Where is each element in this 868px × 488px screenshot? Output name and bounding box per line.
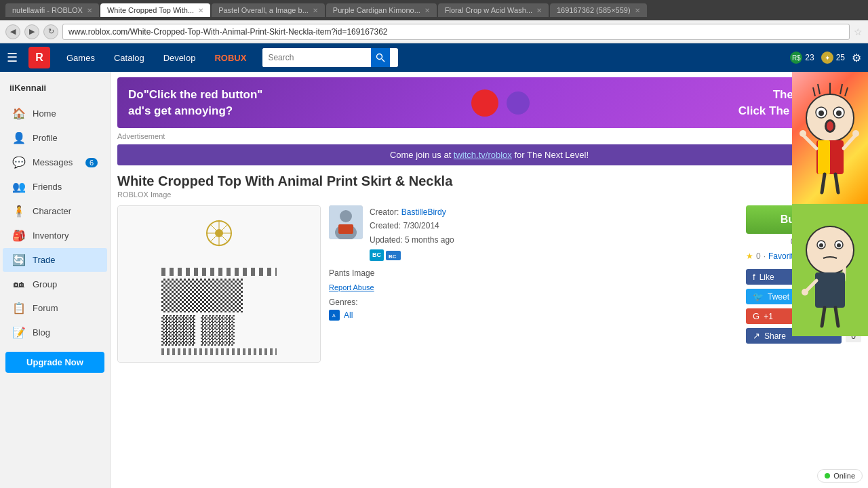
messages-badge: 6 [85,158,98,167]
friends-icon: 👥 [12,180,26,193]
profile-icon: 👤 [12,131,26,144]
bookmark-icon[interactable]: ☆ [854,26,863,37]
tab-nutellawifi[interactable]: nutellawifi - ROBLOX ✕ [5,3,99,17]
tab-close-icon[interactable]: ✕ [635,7,640,14]
ad-footer: Advertisement Report [111,131,868,142]
upgrade-button[interactable]: Upgrade Now [5,352,104,373]
twitch-link[interactable]: twitch.tv/roblox [454,150,512,160]
bc-logo: BC [386,251,401,260]
sidebar-item-inventory[interactable]: 🎒 Inventory [3,224,107,247]
group-icon: 🏘 [12,278,26,290]
sidebar-label-inventory: Inventory [33,230,68,241]
svg-line-35 [822,174,825,192]
svg-point-34 [852,130,859,137]
url-input[interactable] [62,24,850,40]
tab-close-icon[interactable]: ✕ [425,7,430,14]
sidebar-item-messages[interactable]: 💬 Messages 6 [3,150,107,174]
twitter-icon: 🐦 [753,291,764,302]
genres-section: Genres: A All [329,298,738,321]
tab-label: White Cropped Top With... [107,6,194,14]
creator-details: Creator: BastilleBirdy Created: 7/30/201… [370,205,454,262]
svg-point-0 [377,54,382,60]
tab-label: Pastel Overall, a Image b... [218,6,309,14]
svg-point-10 [340,210,352,222]
search-input[interactable] [262,48,371,67]
twitch-text-after: for The Next Level! [512,150,589,160]
circle-red [471,89,498,117]
messages-icon: 💬 [12,156,26,169]
tickets-balance[interactable]: ✦ 25 [821,52,845,64]
main-content: Do"Click the red button"ad's get annoyin… [111,72,868,488]
meme-panel [792,72,868,488]
sidebar-item-blog[interactable]: 📝 Blog [3,321,107,344]
svg-point-20 [818,110,824,116]
forward-button[interactable]: ▶ [24,24,39,39]
svg-point-43 [842,256,849,262]
tab-close-icon[interactable]: ✕ [313,7,318,14]
roblox-navbar: ☰ R Games Catalog Develop ROBUX R$ 23 ✦ … [0,43,868,72]
tab-image-size[interactable]: 169167362 (585×559) ✕ [550,3,647,17]
sidebar-item-forum[interactable]: 📋 Forum [3,296,107,320]
svg-line-48 [835,308,838,326]
tab-close-icon[interactable]: ✕ [87,7,92,14]
search-icon [376,53,385,62]
svg-point-33 [800,130,806,137]
back-button[interactable]: ◀ [5,24,20,39]
settings-icon[interactable]: ⚙ [852,52,861,64]
sidebar-item-profile[interactable]: 👤 Profile [3,126,107,150]
online-indicator [825,473,830,479]
svg-point-40 [819,243,823,247]
online-badge: Online [817,469,863,483]
sidebar-item-trade[interactable]: 🔄 Trade [3,248,107,272]
twitch-banner: Come join us at twitch.tv/roblox for The… [117,144,861,165]
creator-name-link[interactable]: BastilleBirdy [401,207,446,217]
meme-face-bottom [796,209,864,331]
bc-badge: BC BC [370,249,401,261]
creator-info: Creator: BastilleBirdy Created: 7/30/201… [329,205,738,262]
tab-purple-cardigan[interactable]: Purple Cardigan Kimono... ✕ [326,3,437,17]
sidebar-label-messages: Messages [33,157,73,167]
nav-catalog[interactable]: Catalog [104,43,154,72]
home-icon: 🏠 [12,107,26,120]
sidebar-label-trade: Trade [33,255,55,265]
tab-floral-crop[interactable]: Floral Crop w Acid Wash... ✕ [438,3,549,17]
robux-balance[interactable]: R$ 23 [790,52,814,64]
character-icon: 🧍 [12,205,26,218]
genre-item-all[interactable]: A All [329,310,738,321]
sidebar-label-home: Home [33,108,56,119]
tab-white-cropped[interactable]: White Cropped Top With... ✕ [100,3,210,17]
pants-label: Pants Image [329,268,738,278]
report-abuse-link[interactable]: Report Abuse [329,282,738,292]
bc-icon: BC [370,249,384,261]
roblox-logo[interactable]: R [28,47,50,68]
nav-robux[interactable]: ROBUX [205,43,256,72]
item-page: White Cropped Top With Animal Print Skir… [111,168,868,368]
sidebar-label-profile: Profile [33,133,58,143]
svg-line-31 [803,135,816,148]
sidebar-item-group[interactable]: 🏘 Group [3,272,107,296]
svg-text:BC: BC [389,253,397,260]
sidebar-item-home[interactable]: 🏠 Home [3,102,107,125]
updated-info: Updated: 5 months ago [370,233,454,247]
svg-text:A: A [332,313,336,318]
svg-point-21 [836,110,842,116]
necklace-image [185,220,253,262]
svg-point-46 [802,289,808,296]
nav-games[interactable]: Games [57,43,104,72]
refresh-button[interactable]: ↻ [43,24,58,39]
genre-icon: A [329,310,340,321]
tab-pastel-overall[interactable]: Pastel Overall, a Image b... ✕ [212,3,325,17]
svg-point-17 [806,94,854,142]
ad-label: Advertisement [117,132,165,140]
search-button[interactable] [371,48,390,67]
tab-close-icon[interactable]: ✕ [536,7,542,14]
sidebar-item-character[interactable]: 🧍 Character [3,199,107,223]
ad-circles [471,89,530,117]
sidebar-item-friends[interactable]: 👥 Friends [3,175,107,199]
nav-develop[interactable]: Develop [154,43,205,72]
item-grid: Creator: BastilleBirdy Created: 7/30/201… [117,205,861,363]
avatar-image [329,205,363,239]
tab-container: nutellawifi - ROBLOX ✕ White Cropped Top… [5,3,863,17]
menu-icon[interactable]: ☰ [7,50,18,65]
tab-close-icon[interactable]: ✕ [198,7,203,14]
